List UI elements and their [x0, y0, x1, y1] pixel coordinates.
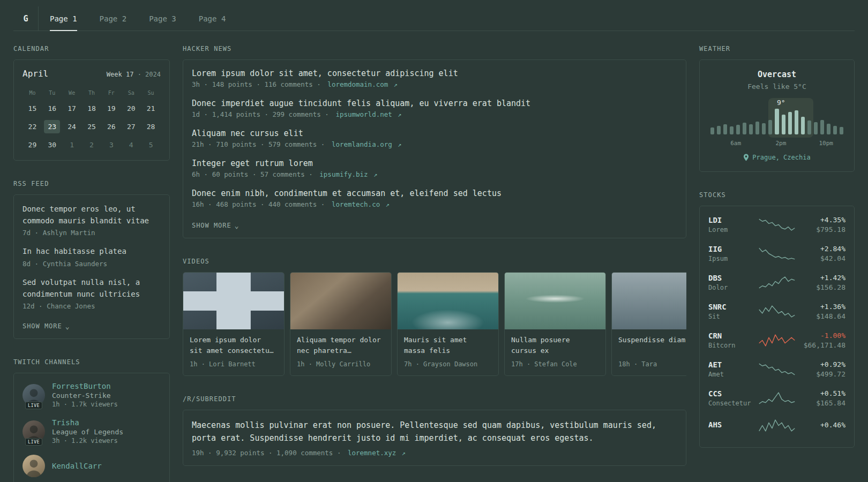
stock-price: $66,171.48 — [798, 341, 845, 349]
stock-row[interactable]: LDI Lorem +4.35% $795.18 — [708, 216, 845, 234]
hacker-news-item-domain[interactable]: loremdomain.com — [327, 80, 388, 88]
video-title[interactable]: Nullam posuere cursus ex — [511, 335, 599, 357]
hacker-news-item-domain[interactable]: loremtech.co — [332, 200, 380, 208]
calendar-day: 27 — [121, 120, 141, 133]
stock-values: +0.51% $165.84 — [798, 389, 845, 407]
twitch-channel[interactable]: KendallCarr — [23, 455, 161, 477]
video-card[interactable]: Suspendisse diam 18h · Tara — [611, 272, 686, 376]
twitch-channel-name[interactable]: Trisha — [52, 418, 123, 427]
stock-ticker: IIG — [708, 245, 755, 253]
calendar-grid: Mo Tu We Th Fr Sa Su — [23, 88, 161, 152]
calendar-day-number: 30 — [44, 138, 60, 152]
hacker-news-item-title[interactable]: Lorem ipsum dolor sit amet, consectetur … — [192, 69, 677, 78]
subreddit-post: Maecenas mollis pulvinar erat non posuer… — [192, 419, 677, 457]
video-title[interactable]: Lorem ipsum dolor sit amet consectetu… — [190, 335, 278, 357]
videos-row: Lorem ipsum dolor sit amet consectetu… 1… — [183, 272, 686, 376]
stock-id: LDI Lorem — [708, 216, 755, 234]
external-link-icon: ↗ — [386, 201, 390, 208]
topbar: G Page 1 Page 2 Page 3 Page 4 — [13, 6, 855, 31]
stocks-widget: STOCKS LDI Lorem +4.35% $795.18 — [699, 191, 855, 448]
rss-item-meta: 12d · Chance Jones — [23, 302, 161, 310]
calendar-day-number: 16 — [44, 102, 60, 115]
stock-row[interactable]: CCS Consectetur +0.51% $165.84 — [708, 389, 845, 407]
video-card[interactable]: Mauris sit amet massa felis 7h · Grayson… — [397, 272, 499, 376]
stock-row[interactable]: IIG Ipsum +2.84% $42.04 — [708, 245, 845, 262]
stock-sparkline — [759, 391, 795, 405]
rss-item-title[interactable]: In hac habitasse platea — [23, 246, 161, 258]
center-column: HACKER NEWS Lorem ipsum dolor sit amet, … — [183, 45, 686, 482]
live-badge: LIVE — [25, 402, 42, 409]
stock-ticker: DBS — [708, 274, 755, 282]
stocks-widget-title: STOCKS — [699, 191, 855, 199]
rss-item-title[interactable]: Sed volutpat nulla nisl, a condimentum n… — [23, 277, 161, 300]
rss-show-more-button[interactable]: SHOW MORE ⌄ — [23, 322, 70, 330]
rss-item: Donec tempor eros leo, ut commodo mauris… — [23, 204, 161, 237]
time-axis: 6am 2pm 10pm — [710, 140, 843, 147]
hacker-news-item-domain[interactable]: ipsumify.biz — [319, 170, 368, 178]
video-thumbnail[interactable] — [398, 273, 498, 329]
hacker-news-item-domain[interactable]: loremlandia.org — [332, 140, 392, 148]
calendar-week: Week 17 — [107, 71, 134, 78]
stock-sparkline — [759, 275, 795, 290]
hacker-news-item-domain[interactable]: ipsumworld.net — [335, 110, 392, 118]
temp-bar — [768, 120, 772, 134]
rss-item: Sed volutpat nulla nisl, a condimentum n… — [23, 277, 161, 310]
page-tab[interactable]: Page 3 — [138, 6, 188, 31]
video-thumbnail[interactable] — [505, 273, 605, 329]
twitch-avatar-wrap: LIVE — [23, 420, 45, 443]
page-tab[interactable]: Page 4 — [188, 6, 237, 31]
stock-price: $42.04 — [798, 254, 845, 262]
hacker-news-show-more-button[interactable]: SHOW MORE ⌄ — [192, 222, 239, 229]
temp-bar — [755, 122, 759, 134]
subreddit-post-domain[interactable]: loremnet.xyz — [348, 449, 396, 457]
video-thumbnail[interactable] — [183, 273, 284, 329]
stock-ticker: CCS — [708, 389, 755, 398]
calendar-day: 25 — [82, 120, 102, 133]
rss-item-title[interactable]: Donec tempor eros leo, ut commodo mauris… — [23, 204, 161, 227]
temp-bar — [840, 127, 843, 134]
stock-ticker: CRN — [708, 332, 755, 340]
twitch-avatar-wrap — [23, 455, 45, 477]
weather-panel: Overcast Feels like 5°C 9° — [699, 59, 855, 172]
hacker-news-item-meta: 16h · 468 points · 440 comments · loremt… — [192, 200, 677, 208]
stock-row[interactable]: CRN Bitcorn -1.00% $66,171.48 — [708, 332, 845, 349]
twitch-widget-title: TWITCH CHANNELS — [13, 358, 170, 366]
hacker-news-item: Donec imperdiet augue tincidunt felis al… — [192, 99, 677, 118]
temp-bar — [717, 126, 721, 134]
calendar-day-number: 26 — [103, 120, 119, 133]
stock-row[interactable]: DBS Dolor +1.42% $156.28 — [708, 274, 845, 291]
video-title[interactable]: Aliquam tempor dolor nec pharetra… — [297, 335, 385, 357]
twitch-channel[interactable]: LIVE Trisha League of Legends 3h · 1.2k … — [23, 418, 161, 445]
hacker-news-item-title[interactable]: Donec imperdiet augue tincidunt felis al… — [192, 99, 677, 108]
hacker-news-item-title[interactable]: Integer eget rutrum lorem — [192, 159, 677, 168]
twitch-channel-game: Counter-Strike — [52, 391, 118, 400]
hacker-news-item-title[interactable]: Donec enim nibh, condimentum et accumsan… — [192, 189, 677, 198]
twitch-channel-name[interactable]: KendallCarr — [52, 462, 102, 470]
twitch-channel[interactable]: LIVE ForrestBurton Counter-Strike 1h · 1… — [23, 382, 161, 408]
video-card[interactable]: Nullam posuere cursus ex 17h · Stefan Co… — [504, 272, 606, 376]
twitch-channel-name[interactable]: ForrestBurton — [52, 382, 118, 390]
stock-row[interactable]: SNRC Sit +1.36% $148.64 — [708, 303, 845, 320]
video-card[interactable]: Aliquam tempor dolor nec pharetra… 1h · … — [290, 272, 392, 376]
weather-location[interactable]: Prague, Czechia — [743, 154, 810, 161]
stock-row[interactable]: AHS +0.46% — [708, 418, 845, 433]
subreddit-post-text[interactable]: Maecenas mollis pulvinar erat non posuer… — [192, 419, 677, 445]
hacker-news-item-meta: 21h · 710 points · 579 comments · loreml… — [192, 140, 677, 148]
hacker-news-list: Lorem ipsum dolor sit amet, consectetur … — [192, 69, 677, 208]
video-title[interactable]: Suspendisse diam — [618, 335, 686, 357]
video-thumbnail[interactable] — [612, 273, 686, 329]
calendar-year: 2024 — [145, 71, 161, 78]
calendar-panel: April Week 17 · 2024 Mo Tu — [13, 59, 170, 161]
stock-row[interactable]: AET Amet +0.92% $499.72 — [708, 360, 845, 378]
page-tab[interactable]: Page 1 — [39, 6, 88, 31]
stock-name: Lorem — [708, 226, 755, 234]
hacker-news-item-meta: 6h · 60 points · 57 comments · ipsumify.… — [192, 170, 677, 178]
rss-item-meta: 7d · Ashlyn Martin — [23, 229, 161, 237]
page-tab[interactable]: Page 2 — [88, 6, 138, 31]
calendar-day-number: 20 — [123, 102, 139, 115]
video-thumbnail[interactable] — [290, 273, 391, 329]
hacker-news-item-title[interactable]: Aliquam nec cursus elit — [192, 129, 677, 138]
stock-id: CCS Consectetur — [708, 389, 755, 407]
video-title[interactable]: Mauris sit amet massa felis — [404, 335, 492, 357]
video-card[interactable]: Lorem ipsum dolor sit amet consectetu… 1… — [183, 272, 285, 376]
